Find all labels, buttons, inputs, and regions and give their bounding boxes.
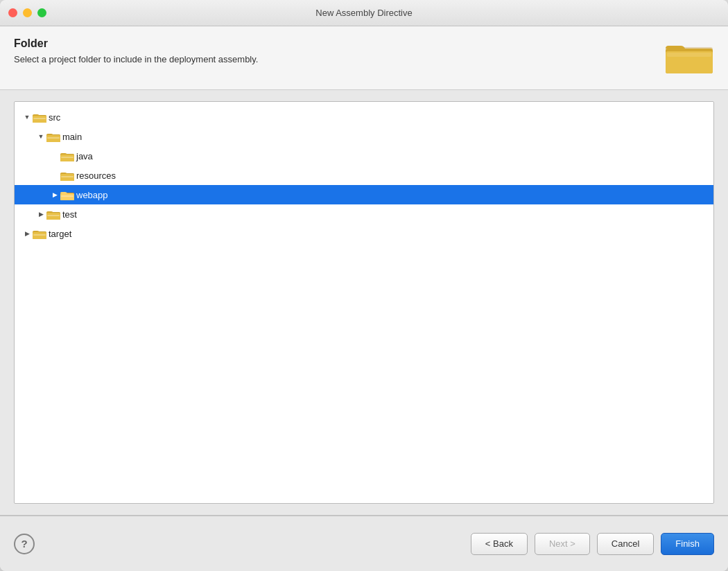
tree-arrow-src [21,114,33,121]
tree-item-target[interactable]: target [15,224,713,243]
minimize-button[interactable] [23,8,32,17]
svg-rect-23 [61,195,73,197]
folder-icon-test [46,209,59,220]
svg-rect-31 [33,234,46,236]
next-button[interactable]: Next > [535,533,590,555]
header-text: Folder Select a project folder to includ… [14,37,258,64]
tree-label-webapp: webapp [76,190,108,200]
folder-icon-target [33,228,45,239]
tree-label-main: main [62,132,82,142]
back-button[interactable]: < Back [471,533,528,555]
footer-buttons: < Back Next > Cancel Finish [471,533,714,555]
folder-icon-main [46,131,59,142]
footer: ? < Back Next > Cancel Finish [0,516,728,571]
tree-arrow-main [35,133,46,140]
folder-icon-src [33,112,45,123]
tree-item-main[interactable]: main [15,127,713,146]
header-heading: Folder [14,37,258,50]
window-controls [8,8,46,17]
tree-container[interactable]: src main java resources webapp [14,101,714,504]
tree-item-src[interactable]: src [15,107,713,127]
tree-arrow-webapp [49,191,60,198]
svg-rect-19 [61,176,73,177]
window-title: New Assembly Directive [315,8,412,18]
header-area: Folder Select a project folder to includ… [0,26,728,90]
tree-label-java: java [76,151,93,161]
tree-arrow-target [21,230,33,237]
close-button[interactable] [8,8,17,17]
folder-icon-webapp [60,189,73,200]
tree-label-target: target [49,229,71,239]
tree-item-webapp[interactable]: webapp [15,185,713,204]
folder-icon-resources [60,170,73,181]
maximize-button[interactable] [37,8,46,17]
svg-rect-11 [47,137,60,139]
header-description: Select a project folder to include in th… [14,54,258,64]
title-bar: New Assembly Directive [0,0,728,26]
folder-icon-java [60,150,73,161]
svg-rect-3 [667,53,711,57]
footer-left: ? [14,534,35,554]
folder-icon-large [664,37,714,78]
tree-item-java[interactable]: java [15,146,713,166]
tree-arrow-test [35,211,46,218]
tree-item-test[interactable]: test [15,204,713,224]
tree-label-src: src [49,112,60,123]
tree-label-test: test [62,209,77,220]
cancel-button[interactable]: Cancel [597,533,654,555]
tree-item-resources[interactable]: resources [15,166,713,185]
svg-rect-15 [61,157,73,158]
svg-rect-27 [47,215,60,216]
main-content: src main java resources webapp [0,90,728,515]
finish-button[interactable]: Finish [661,533,714,555]
tree-label-resources: resources [76,170,116,181]
svg-rect-7 [33,118,46,119]
help-button[interactable]: ? [14,534,35,554]
